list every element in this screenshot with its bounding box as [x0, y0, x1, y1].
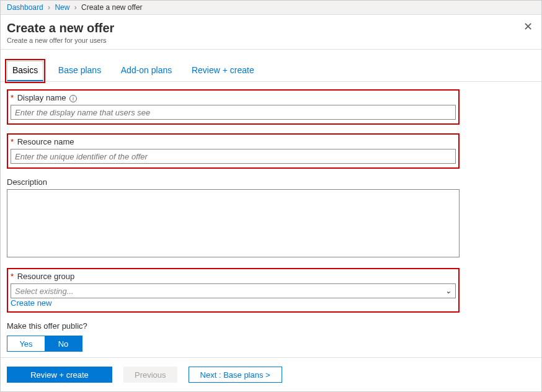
resource-name-group: * Resource name — [7, 133, 460, 169]
required-asterisk-icon: * — [11, 93, 14, 102]
breadcrumb-new[interactable]: New — [55, 3, 69, 12]
resource-group-select[interactable]: Select existing... ⌄ — [11, 283, 456, 298]
chevron-down-icon: ⌄ — [445, 287, 451, 295]
footer-bar: Review + create Previous Next : Base pla… — [1, 357, 541, 391]
previous-button: Previous — [123, 367, 177, 383]
resource-name-label: Resource name — [17, 137, 74, 146]
tab-basics[interactable]: Basics — [7, 61, 43, 81]
description-group: Description — [7, 177, 535, 259]
resource-group-placeholder: Select existing... — [15, 287, 74, 296]
display-name-label: Display name — [17, 93, 66, 102]
description-input[interactable] — [7, 189, 460, 257]
page-subtitle: Create a new offer for your users — [7, 37, 114, 44]
required-asterisk-icon: * — [11, 137, 14, 146]
tab-base-plans[interactable]: Base plans — [53, 61, 106, 80]
breadcrumb-current: Create a new offer — [81, 3, 143, 12]
page-title: Create a new offer — [7, 21, 114, 35]
required-asterisk-icon: * — [11, 272, 14, 281]
chevron-right-icon: › — [74, 3, 77, 12]
chevron-right-icon: › — [48, 3, 50, 12]
public-group: Make this offer public? Yes No — [7, 321, 535, 352]
resource-group-group: * Resource group Select existing... ⌄ Cr… — [7, 268, 460, 313]
tab-review-create[interactable]: Review + create — [187, 61, 259, 80]
close-icon[interactable]: ✕ — [521, 21, 535, 32]
create-new-link[interactable]: Create new — [11, 298, 51, 308]
display-name-group: * Display name i — [7, 89, 460, 125]
public-no-button[interactable]: No — [45, 336, 82, 351]
next-button[interactable]: Next : Base plans > — [189, 367, 282, 383]
resource-name-input[interactable] — [11, 149, 456, 164]
breadcrumb-dashboard[interactable]: Dashboard — [7, 3, 43, 12]
resource-group-label: Resource group — [17, 272, 75, 281]
review-create-button[interactable]: Review + create — [7, 367, 112, 383]
info-icon[interactable]: i — [69, 95, 77, 102]
description-label: Description — [7, 177, 47, 187]
public-yes-button[interactable]: Yes — [7, 336, 45, 351]
display-name-input[interactable] — [11, 105, 456, 120]
tab-bar: Basics Base plans Add-on plans Review + … — [1, 50, 541, 82]
public-label: Make this offer public? — [7, 321, 87, 331]
public-toggle: Yes No — [7, 336, 82, 352]
breadcrumb: Dashboard › New › Create a new offer — [1, 1, 541, 15]
tab-addon-plans[interactable]: Add-on plans — [116, 61, 177, 80]
